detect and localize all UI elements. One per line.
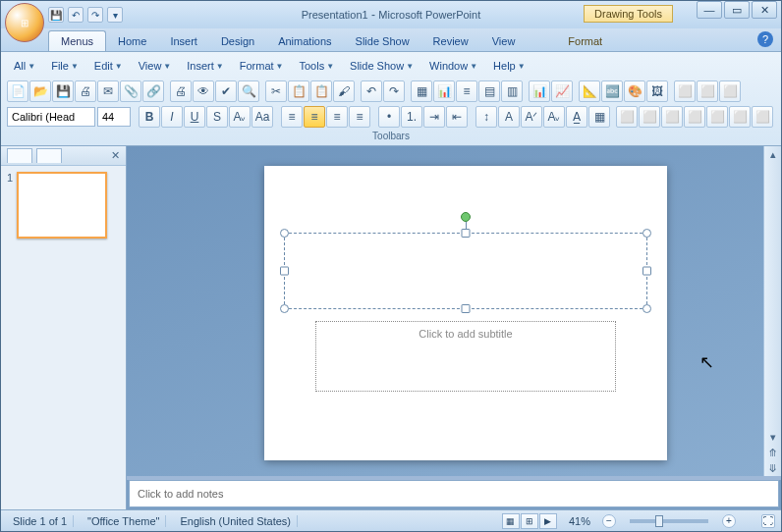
title-placeholder[interactable]	[284, 233, 647, 309]
zoom-slider[interactable]	[630, 519, 708, 523]
rotation-handle[interactable]	[461, 212, 471, 222]
list-btn-3[interactable]: ⇤	[446, 106, 468, 128]
resize-handle-mr[interactable]	[642, 267, 651, 276]
resize-handle-bm[interactable]	[462, 304, 471, 313]
pane-close-icon[interactable]: ✕	[111, 149, 120, 162]
tab-view[interactable]: View	[480, 31, 528, 51]
align-btn-3[interactable]: ≡	[349, 106, 370, 128]
slideshow-view-button[interactable]: ▶	[539, 513, 557, 529]
extra-btn-9[interactable]: ⬜	[661, 106, 683, 128]
toolbar-btn-4[interactable]: ✉	[97, 80, 119, 102]
sorter-view-button[interactable]: ⊞	[521, 513, 538, 529]
extra-btn-7[interactable]: ⬜	[616, 106, 638, 128]
toolbar-btn-18[interactable]: ↶	[361, 80, 382, 102]
extra-btn-5[interactable]: ▦	[588, 106, 610, 128]
office-button[interactable]: ⊞	[5, 3, 44, 42]
toolbar-btn-35[interactable]: ⬜	[674, 80, 696, 102]
toolbar-btn-15[interactable]: 📋	[310, 80, 332, 102]
font-size-combo[interactable]: 44	[97, 107, 131, 127]
qat-redo-icon[interactable]: ↷	[87, 7, 103, 23]
normal-view-button[interactable]: ▦	[502, 513, 520, 529]
menu-slideshow[interactable]: Slide Show▼	[343, 57, 420, 75]
toolbar-btn-19[interactable]: ↷	[383, 80, 405, 102]
tab-animations[interactable]: Animations	[266, 31, 343, 51]
format-btn-i[interactable]: I	[161, 106, 183, 128]
format-btn-aa[interactable]: Aa	[251, 106, 273, 128]
toolbar-btn-0[interactable]: 📄	[7, 80, 28, 102]
tab-insert[interactable]: Insert	[158, 31, 209, 51]
scroll-down-icon[interactable]: ▾	[764, 429, 781, 445]
extra-btn-4[interactable]: A̲	[566, 106, 587, 128]
extra-btn-11[interactable]: ⬜	[706, 106, 728, 128]
toolbar-btn-11[interactable]: 🔍	[238, 80, 259, 102]
align-btn-2[interactable]: ≡	[326, 106, 348, 128]
toolbar-btn-31[interactable]: 🔤	[601, 80, 623, 102]
slides-tab[interactable]	[7, 148, 32, 163]
resize-handle-ml[interactable]	[280, 267, 289, 276]
extra-btn-1[interactable]: A	[498, 106, 520, 128]
zoom-out-button[interactable]: −	[602, 514, 616, 528]
tab-slide-show[interactable]: Slide Show	[344, 31, 421, 51]
next-slide-icon[interactable]: ⤋	[764, 460, 781, 476]
toolbar-btn-10[interactable]: ✔	[215, 80, 237, 102]
tab-design[interactable]: Design	[209, 31, 266, 51]
menu-window[interactable]: Window▼	[422, 57, 484, 75]
tab-home[interactable]: Home	[106, 31, 158, 51]
zoom-slider-knob[interactable]	[655, 515, 663, 527]
list-btn-1[interactable]: 1.	[401, 106, 422, 128]
toolbar-btn-36[interactable]: ⬜	[697, 80, 718, 102]
qat-save-icon[interactable]: 💾	[48, 7, 64, 23]
align-btn-1[interactable]: ≡	[304, 106, 325, 128]
menu-tools[interactable]: Tools▼	[292, 57, 341, 75]
menu-format[interactable]: Format▼	[233, 57, 291, 75]
toolbar-btn-13[interactable]: ✂	[265, 80, 287, 102]
menu-view[interactable]: View▼	[132, 57, 179, 75]
toolbar-btn-2[interactable]: 💾	[52, 80, 74, 102]
fit-to-window-button[interactable]: ⛶	[761, 514, 775, 528]
toolbar-btn-1[interactable]: 📂	[29, 80, 51, 102]
toolbar-btn-23[interactable]: ≡	[456, 80, 477, 102]
resize-handle-br[interactable]	[642, 304, 651, 313]
toolbar-btn-33[interactable]: 🖼	[646, 80, 668, 102]
close-button[interactable]: ✕	[752, 1, 777, 19]
zoom-percent[interactable]: 41%	[565, 515, 594, 527]
toolbar-btn-14[interactable]: 📋	[288, 80, 309, 102]
toolbar-btn-21[interactable]: ▦	[411, 80, 432, 102]
toolbar-btn-28[interactable]: 📈	[551, 80, 573, 102]
scroll-up-icon[interactable]: ▴	[764, 146, 781, 162]
slide-canvas[interactable]: Click to add subtitle ↖	[127, 146, 763, 476]
slide-thumbnail[interactable]: 1	[7, 172, 120, 239]
help-icon[interactable]: ?	[757, 31, 773, 47]
subtitle-placeholder[interactable]: Click to add subtitle	[315, 321, 616, 392]
format-btn-aᵥ[interactable]: Aᵥ	[229, 106, 251, 128]
toolbar-btn-32[interactable]: 🎨	[624, 80, 645, 102]
toolbar-btn-8[interactable]: 🖨	[170, 80, 192, 102]
tab-menus[interactable]: Menus	[48, 30, 106, 51]
extra-btn-8[interactable]: ⬜	[639, 106, 660, 128]
format-btn-s[interactable]: S	[206, 106, 228, 128]
font-name-combo[interactable]: Calibri (Head	[7, 107, 95, 127]
toolbar-btn-5[interactable]: 📎	[120, 80, 141, 102]
tab-review[interactable]: Review	[421, 31, 480, 51]
resize-handle-tr[interactable]	[642, 229, 651, 238]
tab-format[interactable]: Format	[556, 31, 614, 51]
extra-btn-13[interactable]: ⬜	[752, 106, 773, 128]
toolbar-btn-6[interactable]: 🔗	[142, 80, 164, 102]
resize-handle-tl[interactable]	[280, 229, 289, 238]
align-btn-0[interactable]: ≡	[281, 106, 303, 128]
zoom-in-button[interactable]: +	[722, 514, 736, 528]
menu-edit[interactable]: Edit▼	[87, 57, 130, 75]
toolbar-btn-27[interactable]: 📊	[529, 80, 550, 102]
resize-handle-bl[interactable]	[280, 304, 289, 313]
extra-btn-12[interactable]: ⬜	[729, 106, 751, 128]
notes-pane[interactable]: Click to add notes	[129, 480, 779, 507]
format-btn-b[interactable]: B	[139, 106, 160, 128]
qat-undo-icon[interactable]: ↶	[68, 7, 84, 23]
extra-btn-0[interactable]: ↕	[475, 106, 497, 128]
prev-slide-icon[interactable]: ⤊	[764, 445, 781, 460]
extra-btn-10[interactable]: ⬜	[684, 106, 705, 128]
toolbar-btn-30[interactable]: 📐	[579, 80, 600, 102]
list-btn-2[interactable]: ⇥	[423, 106, 445, 128]
toolbar-btn-22[interactable]: 📊	[433, 80, 455, 102]
extra-btn-2[interactable]: Aᐟ	[521, 106, 542, 128]
